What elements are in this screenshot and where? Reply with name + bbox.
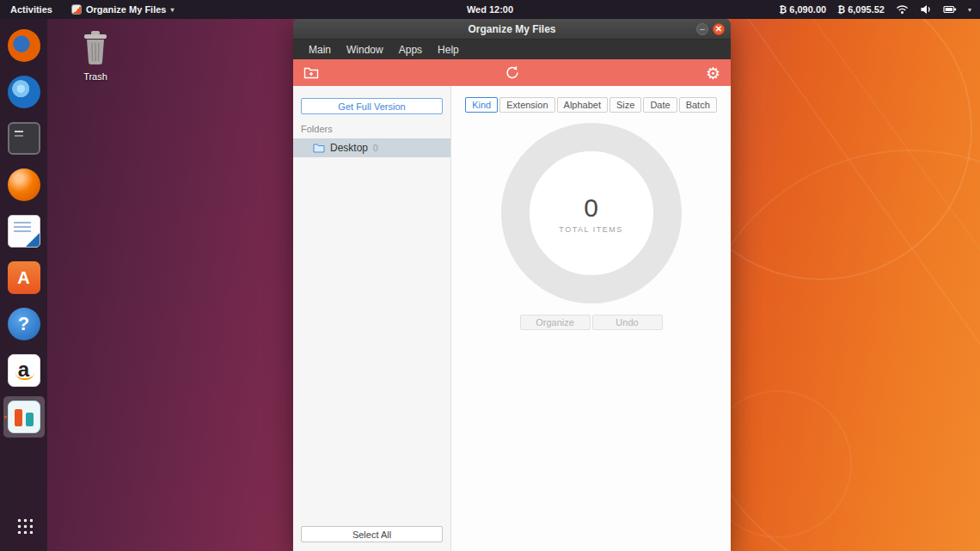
action-buttons: Organize Undo (520, 315, 663, 330)
dock-item-media-player[interactable] (3, 164, 45, 205)
dock (0, 19, 47, 551)
wifi-icon (896, 4, 909, 15)
dock-item-amazon[interactable] (3, 350, 45, 391)
tab-alphabet[interactable]: Alphabet (557, 97, 608, 113)
activities-button[interactable]: Activities (0, 0, 63, 19)
window-body: Get Full Version Folders Desktop 0 Selec… (293, 86, 731, 551)
settings-button[interactable]: ⚙ (706, 59, 720, 86)
tab-date[interactable]: Date (643, 97, 677, 113)
sidebar: Get Full Version Folders Desktop 0 Selec… (293, 86, 451, 551)
add-folder-icon (303, 66, 319, 79)
trash-icon (80, 29, 111, 65)
focused-app-icon (71, 4, 82, 15)
dock-item-terminal[interactable] (3, 118, 45, 159)
window-title: Organize My Files (468, 23, 555, 35)
window-controls: – ✕ (696, 19, 725, 39)
dock-item-firefox[interactable] (3, 25, 45, 66)
folder-icon (313, 143, 325, 153)
tab-batch[interactable]: Batch (679, 97, 717, 113)
firefox-icon (8, 29, 40, 62)
folder-label: Desktop (330, 142, 368, 154)
chevron-down-icon: ▾ (170, 6, 174, 14)
get-full-version-button[interactable]: Get Full Version (301, 98, 443, 114)
focused-app-label: Organize My Files (86, 4, 167, 15)
tab-extension[interactable]: Extension (499, 97, 554, 113)
dock-item-organize-my-files[interactable] (3, 396, 45, 438)
folder-count: 0 (373, 144, 378, 153)
volume-icon (920, 4, 932, 15)
gear-icon: ⚙ (706, 64, 720, 83)
terminal-icon (8, 122, 40, 155)
focused-app-menu[interactable]: Organize My Files ▾ (63, 0, 183, 19)
thunderbird-icon (8, 76, 40, 108)
chevron-down-icon: ▾ (968, 6, 971, 14)
clock[interactable]: Wed 12:00 (467, 0, 513, 19)
select-all-button[interactable]: Select All (301, 526, 443, 542)
dock-item-thunderbird[interactable] (3, 71, 45, 113)
media-player-icon (8, 168, 40, 201)
desktop-trash[interactable]: Trash (74, 29, 117, 82)
folder-item-desktop[interactable]: Desktop 0 (293, 138, 450, 157)
minimize-button[interactable]: – (696, 23, 708, 35)
trash-label: Trash (74, 71, 117, 82)
dock-item-ubuntu-software[interactable] (3, 257, 45, 298)
amazon-icon (8, 354, 40, 387)
tab-size[interactable]: Size (609, 97, 641, 113)
top-bar: Activities Organize My Files ▾ Wed 12:00… (0, 0, 980, 19)
app-grid-icon (15, 517, 33, 534)
help-icon (8, 308, 40, 340)
ubuntu-software-icon (8, 261, 40, 294)
organize-my-files-icon (8, 401, 40, 433)
btc-ticker-secondary[interactable]: ₿ 6,095.52 (837, 4, 885, 15)
window-titlebar[interactable]: Organize My Files – ✕ (293, 19, 731, 40)
total-items-value: 0 (584, 193, 598, 223)
add-folder-button[interactable] (303, 59, 319, 86)
total-items-donut: 0 TOTAL ITEMS (501, 123, 682, 303)
tab-kind[interactable]: Kind (465, 97, 498, 113)
dock-item-help[interactable] (3, 303, 45, 345)
main-panel: Kind Extension Alphabet Size Date Batch … (451, 86, 731, 551)
menu-help[interactable]: Help (430, 44, 467, 56)
menu-main[interactable]: Main (301, 44, 339, 56)
app-window: Organize My Files – ✕ Main Window Apps H… (293, 19, 731, 551)
close-button[interactable]: ✕ (713, 23, 725, 35)
total-items-caption: TOTAL ITEMS (559, 225, 622, 234)
menu-bar: Main Window Apps Help (293, 40, 731, 59)
folders-heading: Folders (301, 124, 443, 134)
refresh-icon (505, 65, 519, 80)
menu-apps[interactable]: Apps (391, 44, 430, 56)
toolbar: ⚙ (293, 59, 731, 86)
btc-ticker-primary[interactable]: ₿ 6,090.00 (779, 4, 826, 15)
battery-icon (943, 4, 957, 15)
refresh-button[interactable] (505, 59, 519, 86)
dock-item-libreoffice-writer[interactable] (3, 211, 45, 252)
show-applications-button[interactable] (3, 508, 45, 542)
system-indicators[interactable]: ₿ 6,090.00 ₿ 6,095.52 ▾ (779, 0, 980, 19)
sidebar-spacer (293, 157, 450, 519)
undo-button[interactable]: Undo (592, 315, 663, 330)
menu-window[interactable]: Window (339, 44, 391, 56)
organize-button[interactable]: Organize (520, 315, 591, 330)
libreoffice-writer-icon (8, 215, 40, 248)
tab-bar: Kind Extension Alphabet Size Date Batch (465, 97, 717, 113)
